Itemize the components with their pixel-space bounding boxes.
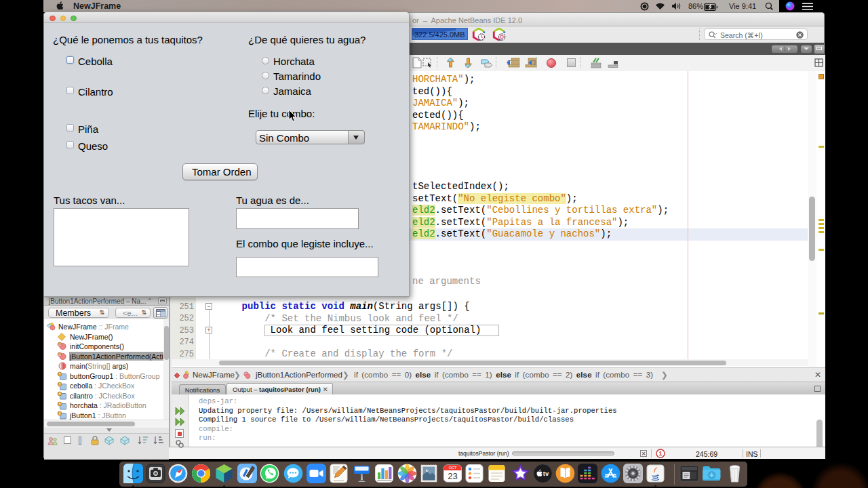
svg-text:1: 1 [658, 450, 662, 457]
svg-text:OCT: OCT [448, 466, 456, 470]
svg-text:tv: tv [543, 470, 549, 477]
svg-text:23: 23 [448, 471, 457, 481]
